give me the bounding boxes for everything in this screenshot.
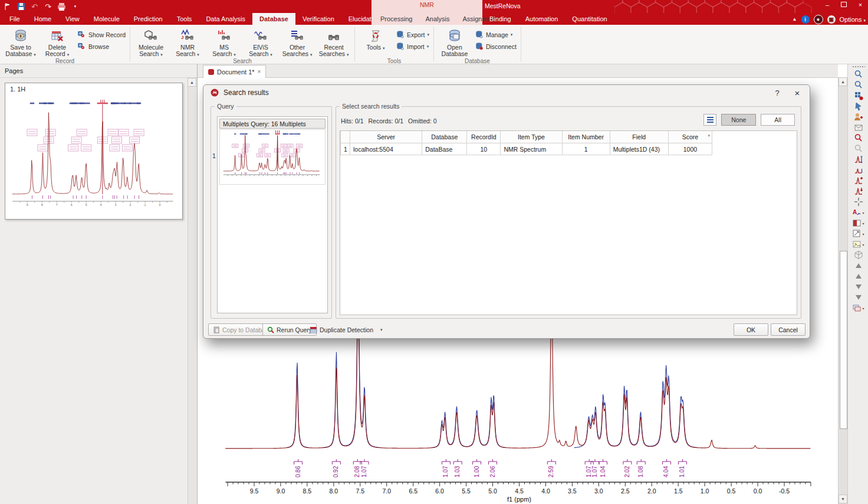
pan-tool-icon[interactable] <box>850 101 867 112</box>
undo-icon[interactable]: ↶ <box>29 2 40 11</box>
add-contact-icon[interactable] <box>850 112 867 122</box>
duplicate-detection-button[interactable]: Duplicate Detection ▾ <box>305 323 387 336</box>
results-table[interactable]: ServerDatabaseRecordIdItem TypeItem Numb… <box>340 130 797 315</box>
duplicate-detection-caret-icon[interactable]: ▾ <box>380 328 383 332</box>
increase-intensity-icon[interactable] <box>850 260 867 271</box>
decrease-intensity-alt-icon[interactable] <box>850 292 867 303</box>
tab-molecule[interactable]: Molecule <box>87 13 127 25</box>
increase-intensity-alt-icon[interactable] <box>850 271 867 282</box>
search-disabled-icon[interactable] <box>850 143 867 154</box>
mnova-menu-icon[interactable] <box>2 2 12 11</box>
zoom-out-icon[interactable] <box>850 80 867 90</box>
license-icon[interactable]: ▣ <box>827 15 836 24</box>
peak-picking-icon[interactable] <box>850 154 867 165</box>
export-button[interactable]: Export▾ <box>394 30 431 40</box>
column-header-server[interactable]: Server <box>350 131 422 143</box>
zoom-in-icon[interactable] <box>850 69 867 80</box>
tab-view[interactable]: View <box>58 13 87 25</box>
svg-text:8.5: 8.5 <box>303 487 312 495</box>
column-header-recordid[interactable]: RecordId <box>467 131 501 143</box>
info-icon[interactable]: i <box>801 15 810 24</box>
svg-text:6: 6 <box>71 204 73 207</box>
dialog-help-button[interactable]: ? <box>772 87 782 98</box>
tab-file[interactable]: File <box>2 13 27 25</box>
peak-picking-manual-icon[interactable] <box>850 165 867 175</box>
minimize-button[interactable]: – <box>823 1 831 8</box>
record-icon[interactable]: ● <box>814 15 823 24</box>
svg-text:2: 2 <box>130 204 131 207</box>
document-scrollbar[interactable]: ▲ ▼ <box>838 77 848 504</box>
integral-add-icon[interactable] <box>850 175 867 186</box>
tab-database[interactable]: Database <box>252 13 295 25</box>
tab-prediction[interactable]: Prediction <box>127 13 170 25</box>
sidebar-handle[interactable] <box>852 66 865 68</box>
query-list[interactable]: 1 Multiplets Query: 16 Multiplets <box>217 116 328 313</box>
cell-item-type: NMR Spectrum <box>501 143 562 155</box>
manage-button[interactable]: Manage▾ <box>473 30 518 40</box>
column-header-item-type[interactable]: Item Type <box>501 131 562 143</box>
print-icon[interactable] <box>57 2 67 11</box>
tab-binding[interactable]: Binding <box>482 13 518 25</box>
tab-processing[interactable]: Processing <box>374 13 419 25</box>
cancel-button[interactable]: Cancel <box>771 323 805 336</box>
svg-text:f1 (ppm): f1 (ppm) <box>507 496 531 503</box>
disconnect-button[interactable]: Disconnect <box>473 41 518 51</box>
select-all-button[interactable]: All <box>761 114 795 126</box>
display-properties-icon[interactable]: ▾ <box>850 239 867 250</box>
fit-region-icon[interactable]: ▾ <box>850 228 867 239</box>
dialog-close-button[interactable]: × <box>792 87 803 98</box>
svg-text:4.5: 4.5 <box>515 487 524 495</box>
table-row[interactable]: 1localhost:5504DataBase10NMR Spectrum1Mu… <box>341 143 712 155</box>
options-button[interactable]: Options ▾ <box>840 16 866 23</box>
ribbon-right-controls: ▲ i ● ▣ Options ▾ <box>793 14 866 24</box>
tab-analysis[interactable]: Analysis <box>419 13 456 25</box>
close-button[interactable]: × <box>856 1 864 8</box>
crosshair-icon[interactable] <box>850 197 867 207</box>
column-header-database[interactable]: Database <box>422 131 467 143</box>
column-header-field[interactable]: Field <box>610 131 668 143</box>
page-thumbnail[interactable]: 1. 1H 9876543210 <box>5 83 183 220</box>
document-tab[interactable]: Document 1* × <box>203 65 266 78</box>
show-record-button[interactable]: Show Record <box>75 30 127 40</box>
redo-icon[interactable]: ↷ <box>43 2 53 11</box>
column-header-item-number[interactable]: Item Number <box>562 131 610 143</box>
pages-scrollbar[interactable]: ▲ <box>188 78 197 504</box>
tab-automation[interactable]: Automation <box>518 13 565 25</box>
select-none-button[interactable]: None <box>721 114 756 126</box>
document-tab-close-icon[interactable]: × <box>258 68 261 75</box>
collapse-ribbon-icon[interactable]: ▲ <box>793 17 797 22</box>
tab-quantitation[interactable]: Quantitation <box>565 13 614 25</box>
doc-scroll-thumb[interactable] <box>840 251 847 429</box>
list-mode-icon[interactable] <box>703 114 716 126</box>
tab-home[interactable]: Home <box>27 13 58 25</box>
customize-quick-access-icon[interactable]: ▾ <box>70 2 80 11</box>
query-thumbnail[interactable] <box>219 129 326 185</box>
assignments-icon[interactable]: A▾ <box>850 207 867 218</box>
column-header-score[interactable]: Score▾ <box>668 131 712 143</box>
stacked-view-icon[interactable]: ▾ <box>850 303 867 313</box>
decrease-intensity-icon[interactable] <box>850 282 867 292</box>
ok-button[interactable]: OK <box>734 323 768 336</box>
db-blue-icon <box>396 30 405 39</box>
multiplet-analysis-icon[interactable]: ▾ <box>850 218 867 228</box>
tab-tools[interactable]: Tools <box>170 13 199 25</box>
doc-scroll-down-icon[interactable]: ▼ <box>839 495 847 503</box>
doc-scroll-up-icon[interactable]: ▲ <box>839 77 847 86</box>
ms-search-icon <box>217 28 231 44</box>
full-spectrum-icon[interactable] <box>850 90 867 101</box>
table-header-row[interactable]: ServerDatabaseRecordIdItem TypeItem Numb… <box>341 131 712 143</box>
cell-server: localhost:5504 <box>350 143 422 155</box>
integral-manual-icon[interactable] <box>850 186 867 197</box>
tab-data-analysis[interactable]: Data Analysis <box>199 13 252 25</box>
import-button[interactable]: Import▾ <box>394 41 431 51</box>
view-3d-icon[interactable] <box>850 250 867 260</box>
column-header-rownum[interactable] <box>341 131 350 143</box>
browse-button[interactable]: Browse <box>75 41 127 51</box>
ribbon-group-label: Tools <box>355 58 433 64</box>
restore-button[interactable] <box>840 1 848 8</box>
spectral-search-icon[interactable] <box>850 133 867 143</box>
pages-scroll-up-icon[interactable]: ▲ <box>188 78 196 87</box>
save-icon[interactable] <box>16 2 26 11</box>
publish-icon[interactable] <box>850 122 867 133</box>
tab-verification[interactable]: Verification <box>295 13 341 25</box>
